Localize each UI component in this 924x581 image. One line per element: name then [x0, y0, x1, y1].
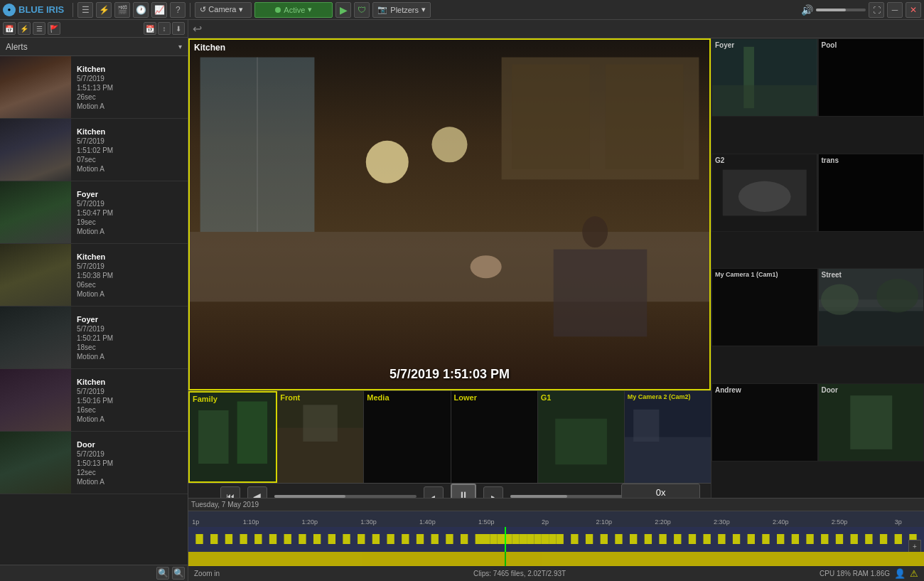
svg-rect-39 — [240, 534, 247, 544]
mini-cam-mycam1[interactable]: My Camera 1 (Cam1) — [711, 268, 818, 346]
mini-cam-foyer[interactable]: Foyer — [711, 38, 818, 117]
timeline-area[interactable]: Tuesday, 7 May 2019 1p 1:10p 1:20p 1:30p… — [188, 498, 924, 565]
stats-icon[interactable]: 📈 — [151, 2, 167, 18]
play-icon[interactable]: ▶ — [335, 2, 351, 18]
svg-rect-25 — [712, 85, 817, 116]
download-icon[interactable]: ⬇ — [172, 22, 185, 35]
left-tool-2[interactable]: ⚡ — [18, 22, 31, 35]
clips-icon[interactable]: 🎬 — [114, 2, 130, 18]
tick-150p: 1:50p — [478, 518, 495, 526]
timeline-zoom-in[interactable]: + — [908, 540, 921, 552]
cam-lower-thumb — [451, 391, 537, 483]
svg-rect-41 — [269, 534, 276, 544]
sort-icon[interactable]: ↕ — [158, 22, 171, 35]
alert-thumb-img — [0, 119, 71, 181]
bottom-cam-lower[interactable]: Lower — [451, 391, 538, 483]
main-video[interactable]: Kitchen 5/7/2019 1:51:03 PM — [188, 38, 711, 390]
mini-cam-pool[interactable]: Pool — [818, 38, 925, 117]
volume-slider[interactable] — [816, 9, 866, 11]
close-icon[interactable]: ✕ — [906, 2, 921, 18]
pb-skip-back-icon[interactable]: ⏮ — [220, 486, 240, 498]
alert-camera: Kitchen — [77, 252, 182, 261]
alert-item[interactable]: Kitchen 5/7/2019 1:51:13 PM 26sec Motion… — [0, 56, 188, 119]
svg-rect-85 — [836, 534, 843, 544]
mini-cams-grid: Foyer Pool G2 — [711, 38, 924, 498]
svg-rect-77 — [718, 534, 725, 544]
mini-cam-street[interactable]: Street — [818, 268, 925, 346]
svg-rect-58 — [498, 534, 505, 544]
bottom-cam-family[interactable]: Family — [188, 391, 277, 483]
mini-cam-trans[interactable]: trans — [818, 154, 925, 232]
shield-icon[interactable]: 🛡 — [354, 2, 370, 18]
pb-pause-button[interactable]: ⏸ — [451, 484, 476, 498]
timeline-playhead[interactable] — [505, 527, 506, 552]
zoom-label: Zoom in — [194, 570, 220, 577]
timeline-ruler[interactable]: 1p 1:10p 1:20p 1:30p 1:40p 1:50p 2p 2:10… — [188, 511, 924, 527]
pb-rewind-icon[interactable]: ◀ — [247, 486, 267, 498]
alert-duration: 26sec — [77, 93, 182, 101]
person-icon: 👤 — [894, 568, 906, 579]
alert-item[interactable]: Kitchen 5/7/2019 1:50:16 PM 16sec Motion… — [0, 369, 188, 432]
mini-cam-g2[interactable]: G2 — [711, 154, 818, 232]
svg-rect-61 — [520, 534, 527, 544]
camera-icon[interactable]: ⚡ — [96, 2, 112, 18]
bottom-cam-g1[interactable]: G1 — [538, 391, 625, 483]
left-tool-3[interactable]: ☰ — [33, 22, 45, 35]
speaker-icon[interactable]: 🔊 — [801, 4, 813, 16]
calendar-icon[interactable]: 📆 — [144, 22, 156, 35]
bottom-cam-cam2[interactable]: My Camera 2 (Cam2) — [625, 391, 711, 483]
tick-240p: 2:40p — [773, 518, 789, 526]
alert-item[interactable]: Kitchen 5/7/2019 1:50:38 PM 06sec Motion… — [0, 244, 188, 307]
svg-rect-17 — [303, 405, 338, 442]
svg-rect-36 — [195, 534, 203, 544]
svg-rect-82 — [792, 534, 799, 544]
alert-item[interactable]: Door 5/7/2019 1:50:13 PM 12sec Motion A — [0, 432, 188, 494]
bottom-cam-front[interactable]: Front — [277, 391, 364, 483]
zoom-in-icon[interactable]: 🔍 — [156, 567, 169, 580]
alert-item[interactable]: Foyer 5/7/2019 1:50:21 PM 18sec Motion A — [0, 307, 188, 369]
cam-cam2-thumb — [625, 391, 711, 483]
svg-rect-48 — [372, 534, 380, 544]
main-video-frame — [190, 40, 709, 389]
mini-cam-door[interactable]: Door — [818, 383, 925, 462]
left-tool-1[interactable]: 📅 — [3, 22, 16, 35]
profile-dropdown[interactable]: 📷 Pletzers ▾ — [372, 2, 431, 18]
alert-item[interactable]: Foyer 5/7/2019 1:50:47 PM 19sec Motion A — [0, 181, 188, 244]
timeline-date: Tuesday, 7 May 2019 — [191, 501, 259, 508]
menu-icon[interactable]: ☰ — [77, 2, 93, 18]
status-arrow: ▾ — [308, 5, 312, 14]
svg-rect-40 — [254, 534, 262, 544]
bottom-cam-media[interactable]: Media — [364, 391, 451, 483]
back-icon[interactable]: ↩ — [193, 22, 202, 36]
alerts-dropdown[interactable]: ▾ — [178, 43, 182, 50]
svg-rect-53 — [446, 534, 453, 544]
minimize-icon[interactable]: ─ — [887, 2, 903, 18]
right-panel: Foyer Pool G2 — [711, 38, 924, 498]
svg-rect-42 — [284, 534, 291, 544]
status-dropdown[interactable]: Active ▾ — [254, 2, 333, 18]
clock-icon[interactable]: 🕐 — [133, 2, 149, 18]
svg-rect-62 — [527, 534, 534, 544]
tick-3p: 3p — [895, 518, 902, 526]
pb-step-fwd-icon[interactable]: ▸ — [483, 486, 503, 498]
alert-thumb — [0, 119, 71, 181]
alert-type: Motion A — [77, 102, 182, 110]
timeline-activity-bar[interactable] — [188, 552, 924, 566]
pb-step-back-icon[interactable]: ◂ — [424, 486, 444, 498]
mini-cam-label: Andrew — [715, 386, 741, 394]
mini-cam-andrew[interactable]: Andrew — [711, 383, 818, 462]
timeline-content[interactable]: + - — [188, 527, 924, 552]
alert-item[interactable]: Kitchen 5/7/2019 1:51:02 PM 07sec Motion… — [0, 119, 188, 181]
bottom-cam-label: My Camera 2 (Cam2) — [628, 393, 691, 400]
top-bar: ● BLUE IRIS ☰ ⚡ 🎬 🕐 📈 ? ↺ Camera ▾ Activ… — [0, 0, 924, 20]
alert-type: Motion A — [77, 228, 182, 235]
help-icon[interactable]: ? — [170, 2, 186, 18]
svg-rect-8 — [606, 64, 684, 169]
alerts-list[interactable]: Kitchen 5/7/2019 1:51:13 PM 26sec Motion… — [0, 56, 188, 565]
left-tool-4[interactable]: 🚩 — [48, 22, 60, 35]
alert-icon[interactable]: ⚠ — [910, 568, 918, 579]
camera-dropdown[interactable]: ↺ Camera ▾ — [195, 2, 252, 18]
zoom-out-icon[interactable]: 🔍 — [172, 567, 185, 580]
alert-duration: 06sec — [77, 281, 182, 289]
fullscreen-icon[interactable]: ⛶ — [869, 2, 884, 18]
